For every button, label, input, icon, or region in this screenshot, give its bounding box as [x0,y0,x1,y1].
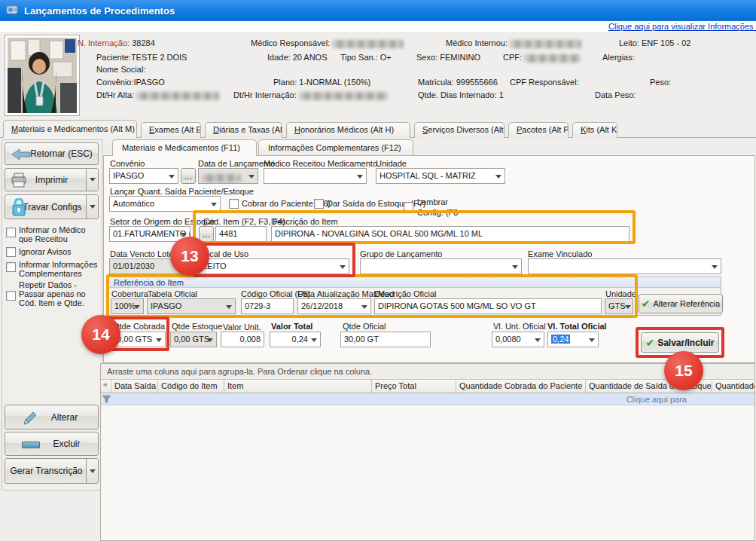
local-uso-label: Local de Uso [200,249,248,258]
cpf-responsavel: CPF Responsável: [510,78,579,87]
arrow-left-icon [11,148,31,164]
checkbox-lembrar-config[interactable] [404,202,413,212]
alterar-referencia-button[interactable]: ✔Alterar Referência [639,294,723,313]
checkbox-informar-medico[interactable]: Informar o Médico que Receitou [6,225,101,243]
plano: Plano: 1-NORMAL (150%) [273,78,370,87]
medico-receitou-select[interactable] [264,168,367,184]
valor-unit-input[interactable]: 0,008 [221,332,264,347]
nome-social: Nome Social: [96,65,145,74]
tabela-oficial-select[interactable]: IPASGO [147,298,236,314]
data-lancamento-select[interactable] [198,168,258,184]
lock-icon [11,198,27,219]
checkbox-repetir-dados[interactable]: Repetir Dados - Passar apenas no Cód. It… [6,280,101,307]
codigo-oficial-input[interactable]: 0729-3 [241,298,294,314]
valor-unit-label: Valor Unit. [223,322,261,332]
column-header-item[interactable]: Item [224,380,372,393]
alterar-button[interactable]: Alterar [5,405,99,429]
valor-total-select[interactable]: 0,24 [270,332,321,347]
setor-origem-select[interactable]: 01.FATURAMENTO (VIR [109,226,191,242]
referencia-caption: Referência do Item [108,277,721,288]
app-icon [6,4,18,17]
check-icon: ✔ [645,337,654,349]
tab-diarias-taxas[interactable]: Diárias e Taxas (Alt D) [205,122,282,138]
checkbox-box[interactable] [6,291,16,301]
retornar-button[interactable]: Retornar (ESC) [5,142,99,165]
filter-hint: Clique aqui para [626,395,687,404]
travar-configs-button[interactable]: Travar Configs [5,194,99,219]
cod-item-input[interactable]: 4481 [215,226,267,242]
unidade-label: Unidade [376,159,407,168]
column-header-preco-total[interactable]: Preço Total [372,380,456,393]
redacted-value [136,92,219,100]
medico-responsavel: Médico Responsável: [251,38,404,48]
gerar-transcricao-button[interactable]: Gerar Transcrição [5,458,99,484]
travar-configs-dropdown[interactable] [86,195,98,219]
descricao-oficial-input[interactable]: DIPIRONA GOTAS 500 MG/ML SO VO GT [374,298,602,314]
unidade-oficial-select[interactable]: GTS [605,298,633,314]
imprimir-dropdown[interactable] [86,169,98,191]
subtab-informacoes-f12[interactable]: Informações Complementares (F12) [258,139,413,156]
tab-pacotes[interactable]: Pacotes (Alt P) [508,122,569,138]
tab-kits[interactable]: Kits (Alt K) [572,122,617,138]
vl-unt-oficial-select[interactable]: 0,0080 [492,332,544,347]
delete-rect-icon [22,442,40,448]
n-internacao: N. Internação: 38284 [78,38,155,47]
cpf: CPF: [503,53,581,63]
qtde-oficial-label: Qtde Oficial [343,322,386,331]
checkbox-box[interactable] [6,228,16,237]
lancar-quant-select[interactable]: Automático [109,196,221,212]
checkbox-box[interactable] [6,262,16,272]
convenio-select[interactable]: IPASGO [109,168,178,184]
vl-total-oficial-select[interactable]: 0,24 [547,332,599,347]
tab-exames[interactable]: Exames (Alt E) [141,122,201,138]
data-vencto-input[interactable]: 01/01/2030 [109,258,184,274]
sexo: Sexo: FEMININO [416,53,480,62]
column-header-data-saida[interactable]: Data Saída [111,380,158,393]
qtde-oficial-input[interactable]: 30,00 GT [340,332,431,347]
checkbox-box[interactable] [6,247,16,257]
grupo-lancamento-select[interactable] [360,258,522,274]
redacted-value [299,92,388,100]
grupo-lancamento-label: Grupo de Lançamento [360,249,442,258]
descricao-item-input[interactable]: DIPIRONA - NOVALGINA SOL ORAL 500 MG/ML … [271,226,629,242]
lembrar-label-line1: Lembrar [417,197,448,206]
descricao-item-label: Descrição do Item [271,217,338,226]
column-header-qtd-sa[interactable]: Quantidade de Sa [712,380,754,393]
info-link[interactable]: Clique aqui para visualizar Informações … [608,22,756,31]
setor-origem-label: Setor de Origem do Estoque [110,217,215,226]
salvar-incluir-button[interactable]: ✔Salvar/Incluir [641,332,719,353]
grid-filter-row[interactable]: Clique aqui para [101,393,754,405]
local-uso-select[interactable]: LEITO [199,258,349,274]
column-header-qtd-cobrada[interactable]: Quantidade Cobrada do Paciente [456,380,586,393]
checkbox-box[interactable] [404,202,413,212]
column-header-codigo-item[interactable]: Código do Item [158,380,224,393]
checkbox-box[interactable] [229,199,239,209]
gerar-transcricao-dropdown[interactable] [86,459,98,483]
qtde-estoque-select[interactable]: 0,00 GTS [170,332,217,347]
matricula: Matricula: 999555666 [418,78,498,87]
qtde-cobrada-select[interactable]: 30,00 GTS [108,332,166,347]
cod-item-browse-button[interactable]: ... [199,226,214,242]
tab-servicos-diversos[interactable]: Serviços Diversos (Alt S) [414,122,505,138]
imprimir-button[interactable]: Imprimir [5,168,99,191]
convenio-browse-button[interactable]: ... [181,168,196,184]
tab-materiais-medicamentos[interactable]: Materiais e Medicamentos (Alt M) [3,120,137,138]
patient-photo [5,35,80,116]
data-atualizacao-select[interactable]: 26/12/2018 [297,298,371,314]
unidade-select[interactable]: HOSPITAL SQL - MATRIZ [376,168,505,184]
checkbox-informar-complementares[interactable]: Informar Informações Complementares [6,260,101,278]
cobertura-select[interactable]: 100% [111,298,144,314]
data-peso: Data Peso: [595,90,636,99]
column-header-qtd-saida-estoque[interactable]: Quantidade de Saída do Estoque [586,380,712,393]
exame-vinculado-select[interactable] [528,258,721,274]
redacted-value [510,40,581,48]
subtab-materiais-f11[interactable]: Materiais e Medicamentos (F11) [112,139,257,156]
grid-group-bar[interactable]: Arraste uma coluna aqui para agrupa-la. … [101,364,754,380]
tab-honorarios-medicos[interactable]: Honorários Médicos (Alt H) [286,122,410,138]
checkbox-box[interactable] [314,199,324,209]
excluir-button[interactable]: Excluir [5,432,99,456]
tabela-oficial-label: Tabela Oficial [148,289,197,298]
checkbox-ignorar-avisos[interactable]: Ignorar Avisos [6,247,101,257]
qtde-cobrada-label: Qtde Cobrada [113,322,165,331]
unidade-oficial-label: Unidade [605,289,636,298]
